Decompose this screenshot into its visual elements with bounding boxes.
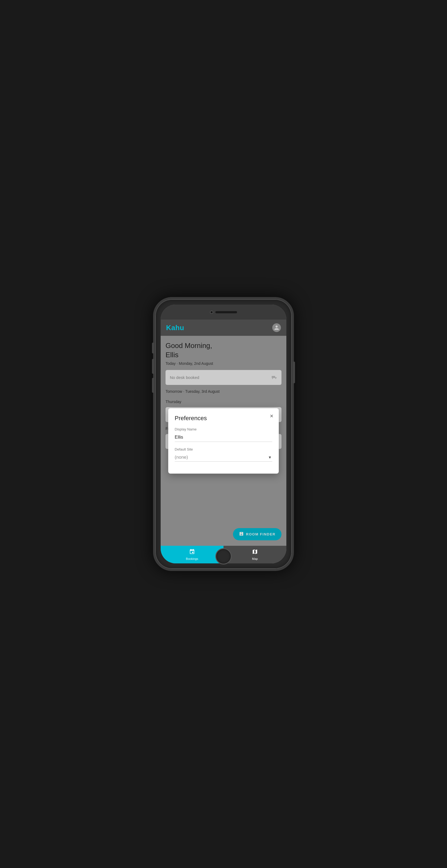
modal-title: Preferences [175,415,272,422]
map-icon [252,549,258,556]
status-bar [161,305,286,319]
camera-dot [210,311,213,314]
modal-close-button[interactable]: × [270,413,273,419]
nav-tab-map[interactable]: Map [224,546,286,563]
power-button[interactable] [293,362,295,383]
app-content: Kahu Good Morning, Ellis Today · Monday,… [161,319,286,563]
default-site-label: Default Site [175,447,272,452]
app-header: Kahu [161,319,286,336]
preferences-dialog: Preferences × Display Name Default Site [168,408,279,474]
map-label: Map [252,557,257,560]
speaker-bar [215,311,237,313]
display-name-input[interactable] [175,433,272,442]
bookings-icon [189,549,195,556]
phone-screen: Kahu Good Morning, Ellis Today · Monday,… [161,305,286,563]
user-avatar-button[interactable] [272,323,281,332]
home-button[interactable] [215,548,232,564]
main-scroll-area[interactable]: Good Morning, Ellis Today · Monday, 2nd … [161,336,286,546]
volume-down-button[interactable] [152,378,154,393]
mute-button[interactable] [152,343,154,353]
volume-up-button[interactable] [152,359,154,374]
nav-tab-bookings[interactable]: Bookings [161,546,224,563]
modal-overlay: Preferences × Display Name Default Site [161,336,286,546]
default-site-select-wrap: (none) Site A Site B Site C ▼ [175,453,272,462]
default-site-field: Default Site (none) Site A Site B Site C… [175,447,272,462]
display-name-label: Display Name [175,427,272,431]
display-name-field: Display Name [175,427,272,442]
app-logo: Kahu [166,323,184,332]
default-site-select[interactable]: (none) Site A Site B Site C [175,453,272,462]
phone-frame: Kahu Good Morning, Ellis Today · Monday,… [153,297,294,571]
bookings-label: Bookings [186,557,198,560]
